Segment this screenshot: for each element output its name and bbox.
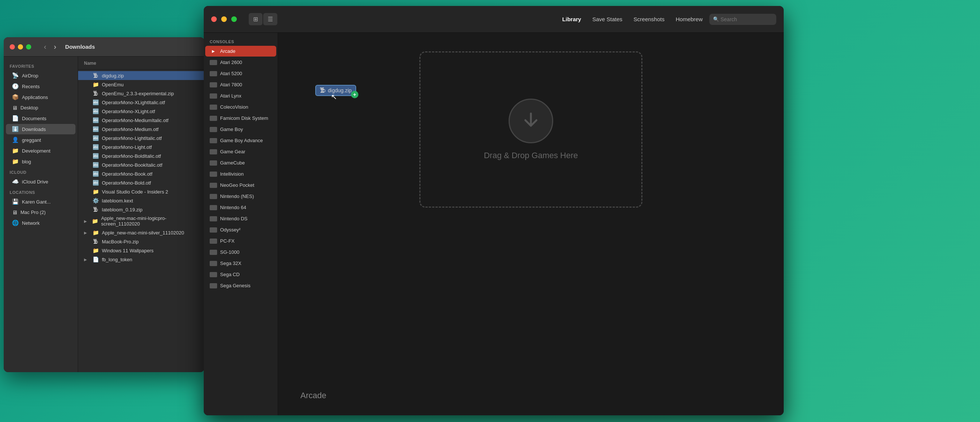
file-row-font-10[interactable]: 🔤 OperatorMono-Bold.otf bbox=[78, 178, 204, 187]
sidebar-item-development[interactable]: 📁 Development bbox=[6, 145, 75, 156]
oe-console-atari2600-label: Atari 2600 bbox=[220, 59, 242, 65]
oe-console-game-boy-advance[interactable]: Game Boy Advance bbox=[205, 135, 276, 146]
oe-nav-save-states[interactable]: Save States bbox=[588, 14, 627, 24]
file-row-font-3[interactable]: 🔤 OperatorMono-MediumItalic.otf bbox=[78, 116, 204, 125]
oe-console-atari5200[interactable]: Atari 5200 bbox=[205, 68, 276, 79]
oe-list-view-button[interactable]: ☰ bbox=[263, 13, 277, 25]
oe-console-arcade[interactable]: ▶ Arcade bbox=[205, 46, 276, 57]
sidebar-item-greggant[interactable]: 👤 greggant bbox=[6, 135, 75, 145]
file-row-font-9[interactable]: 🔤 OperatorMono-Book.otf bbox=[78, 169, 204, 178]
oe-nav-screenshots[interactable]: Screenshots bbox=[629, 14, 669, 24]
oe-minimize-button[interactable] bbox=[221, 16, 227, 22]
finder-forward-button[interactable]: › bbox=[52, 42, 59, 52]
finder-maximize-button[interactable] bbox=[26, 44, 31, 50]
oe-close-button[interactable] bbox=[211, 16, 217, 22]
file-row-apple-silver[interactable]: ▶ 📁 Apple_new-mac-mini-silver_11102020 bbox=[78, 228, 204, 237]
oe-search-input[interactable] bbox=[710, 14, 776, 25]
file-row-font-8[interactable]: 🔤 OperatorMono-BookItalic.otf bbox=[78, 160, 204, 169]
sidebar-item-mac-pro[interactable]: 🖥 Mac Pro (2) bbox=[6, 207, 75, 217]
file-row-font-7[interactable]: 🔤 OperatorMono-BoldItalic.otf bbox=[78, 152, 204, 160]
oe-console-sg-1000[interactable]: SG-1000 bbox=[205, 247, 276, 257]
file-row-font-1[interactable]: 🔤 OperatorMono-XLightItalic.otf bbox=[78, 98, 204, 107]
atari7800-icon bbox=[210, 82, 217, 88]
finder-window-title: Downloads bbox=[65, 43, 95, 50]
oe-console-nintendo-64[interactable]: Nintendo 64 bbox=[205, 202, 276, 213]
vscode-icon: 📁 bbox=[92, 189, 99, 195]
oe-console-game-boy[interactable]: Game Boy bbox=[205, 124, 276, 135]
sidebar-item-recents[interactable]: 🕐 Recents bbox=[6, 81, 75, 91]
file-row-latebloom-zip[interactable]: 🗜 latebloom_0.19.zip bbox=[78, 205, 204, 214]
oe-console-atari-lynx[interactable]: Atari Lynx bbox=[205, 90, 276, 101]
oe-console-famicom-disk[interactable]: Famicom Disk System bbox=[205, 113, 276, 123]
sidebar-item-airdrop[interactable]: 📡 AirDrop bbox=[6, 70, 75, 81]
finder-back-button[interactable]: ‹ bbox=[41, 42, 49, 52]
oe-console-intellivision[interactable]: Intellivision bbox=[205, 169, 276, 179]
finder-minimize-button[interactable] bbox=[18, 44, 23, 50]
font-icon-3: 🔤 bbox=[92, 117, 99, 123]
sidebar-item-documents[interactable]: 📄 Documents bbox=[6, 113, 75, 123]
oe-console-nintendo-nes-label: Nintendo (NES) bbox=[220, 193, 254, 199]
file-row-macbook-zip[interactable]: 🗜 MacBook-Pro.zip bbox=[78, 237, 204, 246]
file-row-apple-logicpro[interactable]: ▶ 📁 Apple_new-mac-mini-logicpro-screen_1… bbox=[78, 214, 204, 228]
oe-console-game-gear[interactable]: Game Gear bbox=[205, 146, 276, 157]
file-row-font-6[interactable]: 🔤 OperatorMono-Light.otf bbox=[78, 142, 204, 152]
oe-console-gamecube[interactable]: GameCube bbox=[205, 157, 276, 168]
sidebar-item-applications[interactable]: 📦 Applications bbox=[6, 92, 75, 102]
file-row-font-4[interactable]: 🔤 OperatorMono-Medium.otf bbox=[78, 125, 204, 134]
oe-console-sega-32x[interactable]: Sega 32X bbox=[205, 258, 276, 269]
blog-icon: 📁 bbox=[12, 158, 19, 165]
oe-console-pc-fx-label: PC-FX bbox=[220, 238, 235, 244]
file-row-openemu-zip[interactable]: 🗜 OpenEmu_2.3.3-experimental.zip bbox=[78, 89, 204, 98]
file-row-vscode[interactable]: 📁 Visual Studio Code - Insiders 2 bbox=[78, 187, 204, 196]
expand-arrow-silver[interactable]: ▶ bbox=[84, 231, 89, 235]
sega-genesis-icon bbox=[210, 283, 217, 288]
sidebar-item-blog-label: blog bbox=[22, 159, 31, 165]
oe-console-nintendo-64-label: Nintendo 64 bbox=[220, 205, 246, 210]
oe-console-nintendo-nes[interactable]: Nintendo (NES) bbox=[205, 191, 276, 202]
airdrop-icon: 📡 bbox=[12, 72, 19, 79]
file-row-win11[interactable]: 📁 Windows 11 Wallpapers bbox=[78, 246, 204, 255]
file-name-font-2: OperatorMono-XLight.otf bbox=[102, 109, 155, 114]
file-row-latebloom-kext[interactable]: ⚙️ latebloom.kext bbox=[78, 196, 204, 205]
content-header: Name bbox=[78, 57, 204, 70]
file-row-openemu[interactable]: 📁 OpenEmu bbox=[78, 80, 204, 89]
sidebar-item-network[interactable]: 🌐 Network bbox=[6, 218, 75, 228]
oe-nav-library[interactable]: Library bbox=[558, 14, 585, 24]
oe-console-nintendo-ds[interactable]: Nintendo DS bbox=[205, 213, 276, 224]
fb-token-icon: 📄 bbox=[92, 256, 99, 262]
oe-console-sega-32x-label: Sega 32X bbox=[220, 261, 241, 266]
oe-console-atari2600[interactable]: Atari 2600 bbox=[205, 57, 276, 68]
colecovision-icon bbox=[210, 105, 217, 110]
drop-zone[interactable]: Drag & Drop Games Here bbox=[419, 51, 643, 208]
documents-icon: 📄 bbox=[12, 115, 19, 122]
network-icon: 🌐 bbox=[12, 219, 19, 226]
oe-console-atari7800[interactable]: Atari 7800 bbox=[205, 79, 276, 90]
file-row-font-5[interactable]: 🔤 OperatorMono-LightItalic.otf bbox=[78, 134, 204, 142]
oe-console-neogeo-pocket[interactable]: NeoGeo Pocket bbox=[205, 180, 276, 190]
expand-arrow-logicpro[interactable]: ▶ bbox=[84, 219, 89, 223]
file-row-digdug[interactable]: 🗜 digdug.zip bbox=[78, 71, 204, 80]
file-row-fb-token[interactable]: ▶ 📄 fb_long_token bbox=[78, 255, 204, 264]
font-icon-10: 🔤 bbox=[92, 180, 99, 186]
sidebar-item-downloads[interactable]: ⬇️ Downloads bbox=[6, 124, 75, 134]
oe-console-colecovision[interactable]: ColecoVision bbox=[205, 102, 276, 112]
oe-console-odyssey2[interactable]: Odyssey² bbox=[205, 224, 276, 235]
nintendo-nes-icon bbox=[210, 194, 217, 199]
openemu-window: ⊞ ☰ Library Save States Screenshots Home… bbox=[204, 6, 784, 415]
sidebar-item-desktop[interactable]: 🖥 Desktop bbox=[6, 103, 75, 113]
mac-pro-icon: 🖥 bbox=[12, 209, 18, 216]
finder-body: Favorites 📡 AirDrop 🕐 Recents 📦 Applicat… bbox=[4, 57, 204, 372]
sidebar-item-blog[interactable]: 📁 blog bbox=[6, 156, 75, 167]
oe-console-sega-genesis[interactable]: Sega Genesis bbox=[205, 280, 276, 291]
oe-nav-homebrew[interactable]: Homebrew bbox=[671, 14, 707, 24]
oe-grid-view-button[interactable]: ⊞ bbox=[249, 13, 262, 25]
sidebar-item-icloud-drive[interactable]: ☁️ iCloud Drive bbox=[6, 176, 75, 187]
finder-close-button[interactable] bbox=[10, 44, 15, 50]
drop-arrow-svg bbox=[520, 110, 542, 132]
oe-console-sega-cd[interactable]: Sega CD bbox=[205, 269, 276, 280]
expand-arrow-fb[interactable]: ▶ bbox=[84, 257, 89, 262]
sidebar-item-karen-gant[interactable]: 💾 Karen Gant... bbox=[6, 197, 75, 207]
oe-maximize-button[interactable] bbox=[231, 16, 237, 22]
file-row-font-2[interactable]: 🔤 OperatorMono-XLight.otf bbox=[78, 107, 204, 116]
oe-console-pc-fx[interactable]: PC-FX bbox=[205, 235, 276, 246]
